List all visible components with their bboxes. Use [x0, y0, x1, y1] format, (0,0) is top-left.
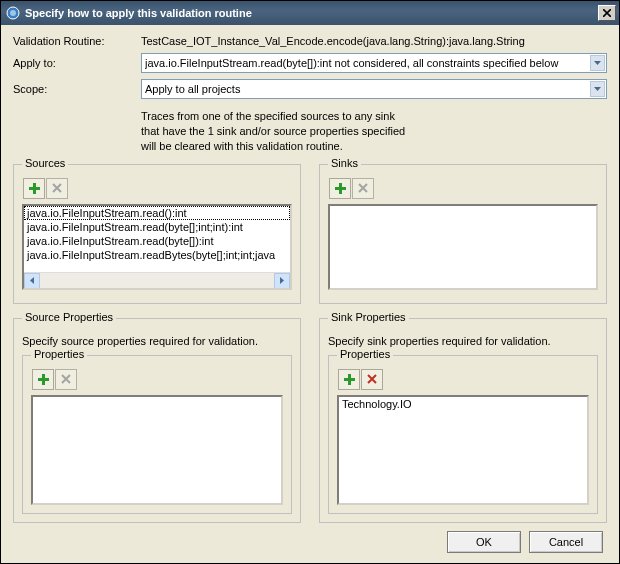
remove-source-prop-button[interactable] — [55, 369, 77, 390]
remove-sink-prop-button[interactable] — [361, 369, 383, 390]
sinks-list[interactable] — [328, 204, 598, 290]
svg-rect-3 — [29, 187, 40, 190]
row-apply-to: Apply to: java.io.FileInputStream.read(b… — [13, 53, 607, 73]
source-properties-inner: Properties — [22, 355, 292, 514]
properties-row: Source Properties Specify source propert… — [13, 318, 607, 523]
list-item[interactable]: java.io.FileInputStream.readBytes(byte[]… — [24, 248, 290, 262]
dialog-title: Specify how to apply this validation rou… — [25, 7, 598, 19]
dialog-window: Specify how to apply this validation rou… — [0, 0, 620, 564]
sink-properties-sublegend: Properties — [337, 348, 393, 360]
row-validation-routine: Validation Routine: TestCase_IOT_Instanc… — [13, 35, 607, 47]
list-item[interactable]: Technology.IO — [339, 397, 587, 411]
source-props-toolbar — [31, 368, 283, 391]
cancel-button[interactable]: Cancel — [529, 531, 603, 553]
dropdown-arrow-icon — [590, 55, 605, 71]
sink-properties-legend: Sink Properties — [328, 311, 409, 323]
sink-properties-desc: Specify sink properties required for val… — [328, 335, 598, 347]
row-scope: Scope: Apply to all projects — [13, 79, 607, 99]
svg-rect-9 — [344, 378, 355, 381]
app-icon — [5, 5, 21, 21]
add-source-button[interactable] — [23, 178, 45, 199]
value-validation-routine: TestCase_IOT_Instance_Val_Encode.encode(… — [141, 35, 607, 47]
source-props-list[interactable] — [31, 395, 283, 505]
ok-button[interactable]: OK — [447, 531, 521, 553]
source-properties-sublegend: Properties — [31, 348, 87, 360]
add-sink-prop-button[interactable] — [338, 369, 360, 390]
sink-props-toolbar — [337, 368, 589, 391]
scope-select[interactable]: Apply to all projects — [141, 79, 607, 99]
dropdown-arrow-icon — [590, 81, 605, 97]
scroll-right-button[interactable] — [274, 273, 290, 289]
label-apply-to: Apply to: — [13, 57, 141, 69]
sources-toolbar — [22, 177, 292, 200]
sink-properties-inner: Properties Technology.IO — [328, 355, 598, 514]
remove-sink-button[interactable] — [352, 178, 374, 199]
add-sink-button[interactable] — [329, 178, 351, 199]
sources-legend: Sources — [22, 157, 68, 169]
titlebar: Specify how to apply this validation rou… — [1, 1, 619, 25]
horizontal-scrollbar[interactable] — [24, 272, 290, 288]
dialog-content: Validation Routine: TestCase_IOT_Instanc… — [1, 25, 619, 563]
list-item[interactable]: java.io.FileInputStream.read():int — [24, 206, 290, 220]
remove-source-button[interactable] — [46, 178, 68, 199]
sources-sinks-row: Sources java.io.FileInputStream.read():i… — [13, 164, 607, 304]
source-properties-legend: Source Properties — [22, 311, 116, 323]
sinks-toolbar — [328, 177, 598, 200]
add-source-prop-button[interactable] — [32, 369, 54, 390]
svg-rect-5 — [335, 187, 346, 190]
source-properties-group: Source Properties Specify source propert… — [13, 318, 301, 523]
list-item[interactable]: java.io.FileInputStream.read(byte[]):int — [24, 234, 290, 248]
sinks-group: Sinks — [319, 164, 607, 304]
apply-to-select[interactable]: java.io.FileInputStream.read(byte[]):int… — [141, 53, 607, 73]
svg-point-1 — [10, 10, 16, 16]
scroll-track[interactable] — [40, 273, 274, 288]
label-scope: Scope: — [13, 83, 141, 95]
close-button[interactable] — [598, 5, 616, 21]
apply-to-value: java.io.FileInputStream.read(byte[]):int… — [145, 57, 590, 69]
source-properties-desc: Specify source properties required for v… — [22, 335, 292, 347]
svg-rect-7 — [38, 378, 49, 381]
sinks-legend: Sinks — [328, 157, 361, 169]
sources-list[interactable]: java.io.FileInputStream.read():intjava.i… — [22, 204, 292, 290]
sink-props-list[interactable]: Technology.IO — [337, 395, 589, 505]
label-validation-routine: Validation Routine: — [13, 35, 141, 47]
button-row: OK Cancel — [13, 523, 607, 555]
scope-value: Apply to all projects — [145, 83, 590, 95]
list-item[interactable]: java.io.FileInputStream.read(byte[];int;… — [24, 220, 290, 234]
scroll-left-button[interactable] — [24, 273, 40, 289]
sources-group: Sources java.io.FileInputStream.read():i… — [13, 164, 301, 304]
description-text: Traces from one of the specified sources… — [141, 109, 607, 154]
sink-properties-group: Sink Properties Specify sink properties … — [319, 318, 607, 523]
